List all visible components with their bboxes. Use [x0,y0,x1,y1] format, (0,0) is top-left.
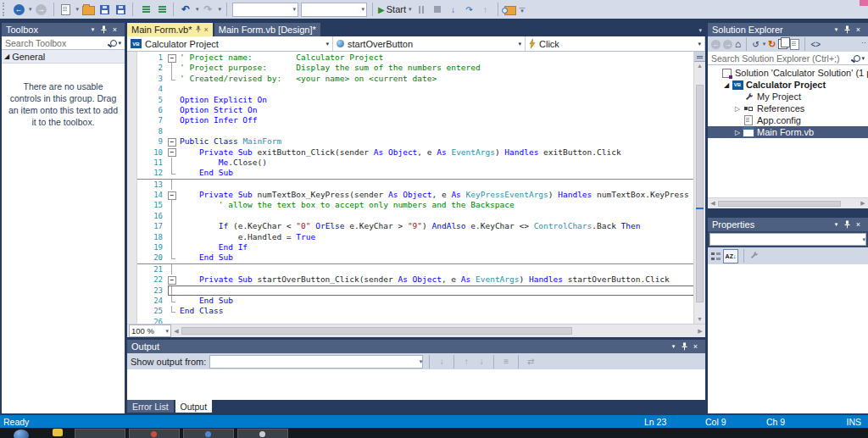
tree-item[interactable]: ◢VBCalculator Project [708,79,868,91]
output-content[interactable] [127,369,705,400]
step-over-button[interactable]: ↷ [463,2,476,17]
code-line[interactable]: 21 [137,264,694,274]
find-in-files-button[interactable] [504,2,517,17]
code-text[interactable]: Private Sub numTextBox_KeyPress(sender A… [180,190,689,200]
pin-icon[interactable] [196,25,201,35]
code-text[interactable]: Option Explicit On [180,95,267,105]
code-line[interactable]: 26 [137,317,694,324]
code-line[interactable]: 25End Class [137,306,694,316]
chevron-down-icon[interactable]: ▾ [763,41,766,47]
save-button[interactable] [97,2,111,17]
redo-button[interactable]: ↷ [202,2,215,17]
toggle-word-wrap-button[interactable]: ⇄ [525,357,537,366]
member-dropdown[interactable]: startOverButton ▾ [333,36,526,51]
refresh-button[interactable]: ↻ [768,39,776,50]
scroll-left-arrow[interactable]: ◀ [708,200,718,207]
line-number[interactable]: 7 [137,115,168,125]
code-line[interactable]: 12 End Sub [137,168,694,179]
line-number[interactable]: 2 [137,63,168,73]
code-line[interactable]: 8 [137,126,694,136]
clear-all-button[interactable]: ≡ [500,357,512,366]
taskbar-folder-icon[interactable] [53,429,63,436]
close-icon[interactable]: × [204,25,209,34]
pin-icon[interactable] [842,25,853,34]
section-expander-icon[interactable]: ◢ [4,53,9,60]
scroll-down-arrow[interactable]: ▼ [697,315,703,324]
code-line[interactable]: 20 End Sub [137,252,694,263]
tab-list-dropdown-icon[interactable]: ▾ [698,27,702,34]
solution-explorer-titlebar[interactable]: Solution Explorer ▾ × [708,23,868,36]
code-text[interactable]: ' Created/revised by: <your name> on <cu… [180,74,437,84]
property-pages-button[interactable] [749,251,759,262]
toolbox-search[interactable]: Search Toolbox ▾ [2,36,125,50]
code-text[interactable]: End Sub [180,252,233,263]
window-position-dropdown-icon[interactable]: ▾ [831,26,842,33]
alphabetical-button[interactable]: AZ↓ [723,249,738,263]
output-source-dropdown[interactable]: ▾ [209,355,423,369]
code-line[interactable]: 16 [137,211,694,221]
step-out-button[interactable]: ↑ [479,2,492,17]
code-line[interactable]: 17 If (e.KeyChar < "0" OrElse e.KeyChar … [137,221,694,231]
code-line[interactable]: 15 ' allow the text box to accept only n… [137,200,694,210]
tree-expander-icon[interactable]: ▷ [732,105,743,113]
toolbar-overflow-button[interactable]: —▾ [520,6,526,13]
fold-marker[interactable] [168,136,180,147]
line-number[interactable]: 24 [137,296,168,306]
scroll-left-arrow[interactable]: ◀ [171,328,181,335]
code-text[interactable]: Public Class MainForm [180,136,281,147]
tree-item[interactable]: My Project [708,91,868,103]
home-button[interactable]: ⌂ [735,40,741,48]
editor-vertical-scrollbar[interactable]: ▲ ▼ [693,52,705,324]
pending-changes-filter-button[interactable]: ↺ [752,40,759,49]
toolbar-grip[interactable] [3,3,8,16]
line-number[interactable]: 17 [137,221,168,231]
tab-error-list[interactable]: Error List [127,400,174,413]
tree-item[interactable]: Solution 'Calculator Solution' (1 projec… [708,67,868,79]
line-number[interactable]: 13 [137,180,168,190]
start-debugging-button[interactable]: ▶ Start ▾ [378,2,411,17]
pin-icon[interactable] [842,220,853,229]
step-into-button[interactable]: ↓ [447,2,460,17]
panel-splitter[interactable] [708,208,868,218]
code-editor[interactable]: 1' Project name: Calculator Project2' Pr… [127,52,705,324]
code-text[interactable]: End Sub [180,296,233,306]
line-number[interactable]: 21 [137,264,168,274]
code-line[interactable]: 18 e.Handled = True [137,232,694,242]
categorized-button[interactable] [711,252,721,261]
new-item-dropdown[interactable]: ▾ [76,6,80,13]
start-dropdown[interactable]: ▾ [409,6,412,13]
line-number[interactable]: 23 [137,286,168,296]
view-code-button[interactable]: <> [810,40,821,49]
line-number[interactable]: 5 [137,95,168,105]
line-number[interactable]: 18 [137,232,168,242]
output-titlebar[interactable]: Output ▾ × [127,340,705,353]
save-all-button[interactable] [114,2,127,17]
horizontal-scroll-track[interactable] [718,201,856,207]
line-number[interactable]: 10 [137,147,168,158]
code-line[interactable]: 9Public Class MainForm [137,136,694,147]
tree-item[interactable]: ▷References [708,103,868,114]
code-line[interactable]: 2' Project purpose: Display the sum of t… [137,63,694,73]
tree-item[interactable]: ▷Main Form.vb [708,126,868,138]
code-line[interactable]: 6Option Strict On [137,105,694,115]
line-number[interactable]: 3 [137,74,168,84]
fold-marker[interactable] [168,53,180,63]
pin-icon[interactable] [98,25,109,34]
code-line[interactable]: 19 End If [137,242,694,252]
pin-icon[interactable] [679,342,690,351]
scroll-up-arrow[interactable]: ▲ [697,62,703,70]
toolbar-overflow-button[interactable]: ‥ [861,36,866,45]
vertical-scroll-thumb[interactable] [696,85,704,302]
taskbar-button[interactable] [129,429,180,438]
find-message-button[interactable]: ↓ [436,357,448,366]
code-line[interactable]: 3' Created/revised by: <your name> on <c… [137,74,694,84]
increase-indent-button[interactable] [154,2,168,17]
event-dropdown[interactable]: Click ▾ [526,36,705,51]
horizontal-scroll-thumb[interactable] [181,327,572,335]
toolbox-section-general[interactable]: ◢ General [2,50,125,64]
close-icon[interactable]: × [690,342,701,351]
project-dropdown[interactable]: VB Calculator Project ▾ [127,36,333,51]
code-text[interactable]: Me.Close() [180,158,267,168]
line-number[interactable]: 8 [137,126,168,136]
tab-main-form-vb-design[interactable]: Main Form.vb [Design]* [214,23,320,36]
